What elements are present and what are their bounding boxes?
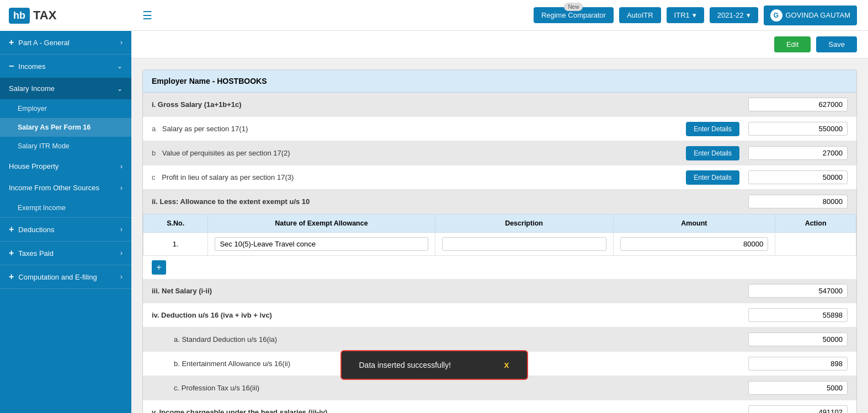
action-bar: Edit Save: [131, 31, 868, 58]
section-17-1-input[interactable]: [748, 122, 848, 136]
sidebar-item-house-property[interactable]: House Property ›: [0, 155, 131, 177]
gross-salary-row: i. Gross Salary (1a+1b+1c): [143, 93, 856, 117]
profession-tax-label: c. Profession Tax u/s 16(iii): [152, 384, 748, 392]
enter-details-17-1-button[interactable]: Enter Details: [686, 122, 739, 136]
sidebar-sub-salary-form16[interactable]: Salary As Per Form 16: [0, 118, 131, 137]
toast-message: Data inserted successfully! x: [340, 350, 528, 380]
allowance-input[interactable]: [748, 195, 848, 208]
sidebar: hb TAX + Part A - General › − Incomes ⌄: [0, 0, 131, 413]
gross-salary-input[interactable]: [748, 98, 848, 111]
sidebar-label-computation: Computation and E-filing: [18, 273, 97, 281]
user-name: GOVINDA GAUTAM: [786, 11, 851, 19]
sidebar-item-computation[interactable]: + Computation and E-filing ›: [0, 265, 131, 288]
net-salary-row: iii. Net Salary (i-ii): [143, 279, 856, 303]
sidebar-section-computation: + Computation and E-filing ›: [0, 265, 131, 289]
user-avatar: G: [770, 9, 782, 22]
topbar-right: New Regime Comparator AutoITR ITR1 ▾ 202…: [534, 6, 857, 25]
section-17-2-label: b Value of perquisites as per section 17…: [152, 149, 686, 157]
section-17-3-input[interactable]: [748, 170, 848, 184]
standard-deduction-input[interactable]: [748, 332, 848, 346]
chevron-right-taxes: ›: [120, 249, 123, 257]
sidebar-item-salary-income[interactable]: Salary Income ⌄: [0, 78, 131, 99]
logo-hb: hb: [9, 8, 30, 24]
chevron-right-computation: ›: [120, 273, 123, 281]
add-exemption-row-button[interactable]: +: [152, 260, 166, 275]
toast-text: Data inserted successfully!: [359, 361, 451, 369]
exemption-sno: 1.: [143, 233, 208, 256]
sidebar-logo: hb TAX: [0, 0, 131, 31]
exemption-desc-cell: [435, 233, 613, 256]
sidebar-section-deductions: + Deductions ›: [0, 218, 131, 242]
sidebar-item-taxes[interactable]: + Taxes Paid ›: [0, 242, 131, 265]
section-17-2-row: b Value of perquisites as per section 17…: [143, 141, 856, 165]
sidebar-sub-label-exempt: Exempt Income: [18, 204, 66, 212]
chevron-right-part-a: ›: [120, 39, 123, 46]
sidebar-label-incomes: Incomes: [18, 62, 45, 71]
chevron-right-other: ›: [120, 184, 123, 192]
sidebar-label-part-a: Part A - General: [18, 39, 70, 47]
itr-dropdown-button[interactable]: ITR1 ▾: [667, 7, 704, 23]
year-dropdown-button[interactable]: 2021-22 ▾: [710, 7, 758, 23]
sidebar-item-deductions[interactable]: + Deductions ›: [0, 218, 131, 241]
col-header-description: Description: [435, 214, 613, 233]
sidebar-label-taxes: Taxes Paid: [18, 249, 54, 258]
sidebar-sub-employer[interactable]: Employer: [0, 99, 131, 118]
exemption-nature-input[interactable]: [215, 237, 428, 251]
sidebar-sub-label-employer: Employer: [18, 105, 47, 112]
exemption-table-container: S.No. Nature of Exempt Allowance Descrip…: [143, 214, 856, 279]
col-header-sno: S.No.: [143, 214, 208, 233]
sidebar-sub-exempt-income[interactable]: Exempt Income: [0, 199, 131, 217]
standard-deduction-label: a. Standard Deduction u/s 16(ia): [152, 335, 748, 344]
income-chargeable-label: v. Income chargeable under the head sala…: [152, 408, 748, 413]
section-17-3-label: c Profit in lieu of salary as per sectio…: [152, 173, 686, 181]
income-chargeable-input[interactable]: [748, 405, 848, 413]
year-label: 2021-22: [717, 11, 744, 19]
sidebar-item-income-other[interactable]: Income From Other Sources ›: [0, 177, 131, 199]
profession-tax-input[interactable]: [748, 381, 848, 395]
itr-label: ITR1: [674, 11, 690, 19]
toast-close-button[interactable]: x: [504, 360, 509, 370]
itr-chevron-icon: ▾: [693, 11, 696, 19]
entertainment-input[interactable]: [748, 357, 848, 371]
exemption-amount-input[interactable]: [620, 237, 769, 251]
allowance-header-row: ii. Less: Allowance to the extent exempt…: [143, 190, 856, 214]
exemption-amount-cell: [613, 233, 775, 256]
section-17-2-input[interactable]: [748, 146, 848, 160]
edit-button[interactable]: Edit: [774, 36, 811, 52]
minus-icon-incomes: −: [9, 61, 14, 71]
exemption-desc-input[interactable]: [442, 237, 606, 251]
exemption-row-1: 1.: [143, 233, 856, 256]
deduction-16-input[interactable]: [748, 308, 848, 322]
sidebar-sub-label-salary-itr: Salary ITR Mode: [18, 142, 70, 150]
autoitr-button[interactable]: AutoITR: [619, 7, 661, 23]
chevron-down-incomes: ⌄: [117, 62, 123, 70]
gross-salary-label: i. Gross Salary (1a+1b+1c): [152, 100, 748, 109]
sidebar-item-part-a[interactable]: + Part A - General ›: [0, 31, 131, 54]
sidebar-item-incomes[interactable]: − Incomes ⌄: [0, 55, 131, 78]
sidebar-label-house-property: House Property: [9, 162, 58, 170]
col-header-action: Action: [775, 214, 856, 233]
sidebar-sub-label-salary-form16: Salary As Per Form 16: [18, 124, 90, 131]
sidebar-label-salary-income: Salary Income: [9, 84, 55, 93]
sidebar-section-part-a: + Part A - General ›: [0, 31, 131, 55]
user-menu-button[interactable]: G GOVINDA GAUTAM: [764, 6, 858, 25]
sidebar-sub-salary-itr[interactable]: Salary ITR Mode: [0, 137, 131, 155]
chevron-right-deductions: ›: [120, 226, 123, 233]
save-button[interactable]: Save: [816, 36, 857, 52]
exemption-table: S.No. Nature of Exempt Allowance Descrip…: [143, 214, 856, 256]
income-chargeable-row: v. Income chargeable under the head sala…: [143, 400, 856, 413]
section-17-3-row: c Profit in lieu of salary as per sectio…: [143, 165, 856, 190]
standard-deduction-row: a. Standard Deduction u/s 16(ia): [143, 328, 856, 352]
sidebar-label-income-other: Income From Other Sources: [9, 184, 99, 192]
enter-details-17-2-button[interactable]: Enter Details: [686, 146, 739, 160]
section-17-1-label: a Salary as per section 17(1): [152, 125, 686, 133]
logo-tax: TAX: [33, 8, 56, 23]
regime-comparator-button[interactable]: New Regime Comparator: [534, 7, 614, 23]
new-badge: New: [564, 3, 583, 11]
col-header-amount: Amount: [613, 214, 775, 233]
exemption-action-cell: [775, 233, 856, 256]
hamburger-menu[interactable]: ☰: [142, 9, 152, 22]
net-salary-input[interactable]: [748, 284, 848, 298]
deduction-16-label: iv. Deduction u/s 16 (iva + ivb + ivc): [152, 311, 748, 319]
enter-details-17-3-button[interactable]: Enter Details: [686, 170, 739, 185]
